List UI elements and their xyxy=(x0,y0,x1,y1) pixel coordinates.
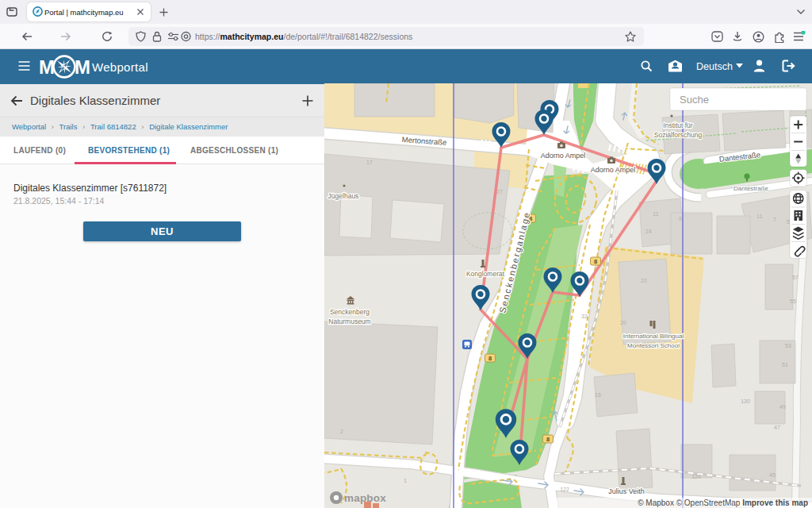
svg-text:Adorno Ampel: Adorno Ampel xyxy=(541,152,586,160)
svg-text:5: 5 xyxy=(787,219,790,225)
svg-text:© Mapbox © OpenStreetMap Impro: © Mapbox © OpenStreetMap Improve this ma… xyxy=(638,498,808,507)
svg-text:27: 27 xyxy=(496,189,503,194)
svg-text:Konglomerat: Konglomerat xyxy=(466,270,505,278)
svg-text:Senckenberg: Senckenberg xyxy=(330,308,370,316)
svg-text:8: 8 xyxy=(594,258,597,265)
svg-text:Naturmuseum: Naturmuseum xyxy=(328,318,370,325)
svg-text:53: 53 xyxy=(785,343,791,348)
svg-text:Suche: Suche xyxy=(680,94,709,106)
svg-text:122: 122 xyxy=(560,487,569,492)
svg-text:Montessori School: Montessori School xyxy=(627,342,680,349)
svg-text:124: 124 xyxy=(691,474,701,479)
svg-text:20: 20 xyxy=(620,320,626,325)
svg-text:24: 24 xyxy=(645,229,652,234)
svg-text:Dantestraße: Dantestraße xyxy=(733,185,769,192)
svg-text:130: 130 xyxy=(741,398,750,404)
svg-text:11: 11 xyxy=(653,211,658,217)
svg-text:9: 9 xyxy=(679,216,682,221)
svg-text:1: 1 xyxy=(404,478,407,483)
svg-text:11: 11 xyxy=(756,214,762,219)
svg-text:17: 17 xyxy=(366,160,373,165)
svg-text:51: 51 xyxy=(782,362,788,368)
svg-text:8: 8 xyxy=(488,355,492,362)
svg-text:57: 57 xyxy=(792,275,799,280)
svg-text:16: 16 xyxy=(595,392,601,398)
svg-text:Sozialforschung: Sozialforschung xyxy=(654,131,703,139)
svg-text:55: 55 xyxy=(790,298,796,304)
svg-text:Julius Veith: Julius Veith xyxy=(608,487,645,495)
svg-text:Jügelhaus: Jügelhaus xyxy=(328,192,359,200)
svg-text:45: 45 xyxy=(769,472,776,478)
svg-text:Institut für: Institut für xyxy=(663,121,692,129)
svg-text:7: 7 xyxy=(773,217,776,222)
svg-text:22: 22 xyxy=(641,278,647,283)
svg-text:Adorno Ampel: Adorno Ampel xyxy=(591,166,636,174)
svg-text:mapbox: mapbox xyxy=(344,492,386,504)
svg-text:49: 49 xyxy=(779,404,786,410)
svg-text:International Bilingual: International Bilingual xyxy=(623,333,684,340)
svg-text:32: 32 xyxy=(581,314,588,319)
svg-text:2: 2 xyxy=(340,429,343,434)
svg-text:47: 47 xyxy=(774,425,780,430)
svg-text:8: 8 xyxy=(546,436,550,443)
